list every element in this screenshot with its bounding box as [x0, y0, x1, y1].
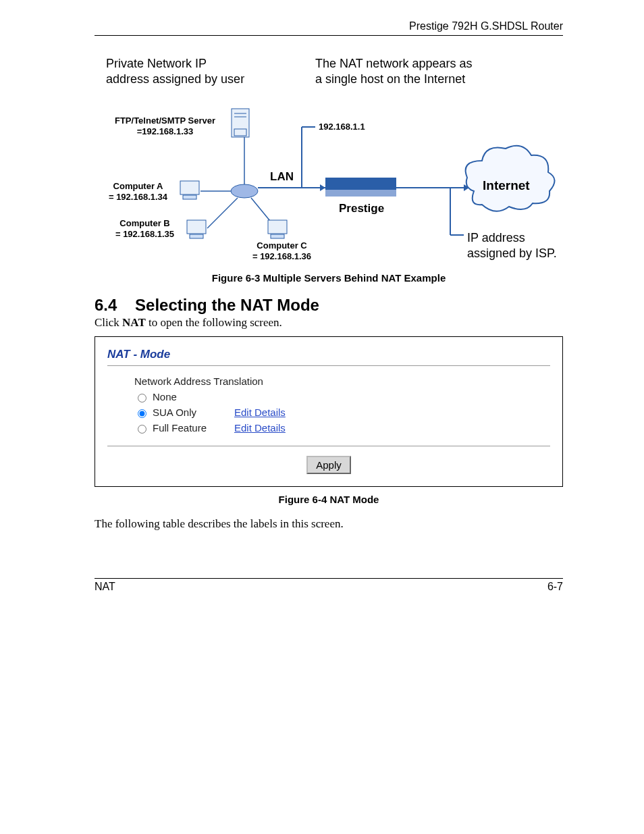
intro-pre: Click	[95, 316, 122, 329]
svg-rect-22	[271, 234, 284, 238]
figure-6-4-caption: Figure 6-4 NAT Mode	[95, 494, 563, 505]
comp-b-label: Computer B = 192.168.1.35	[106, 218, 184, 240]
intro-text: Click NAT to open the following screen.	[95, 316, 563, 330]
svg-marker-5	[320, 184, 325, 191]
page-footer: NAT 6-7	[95, 578, 563, 593]
intro-post: to open the following screen.	[146, 316, 282, 329]
svg-rect-18	[183, 195, 196, 199]
svg-rect-19	[187, 220, 206, 234]
svg-point-16	[231, 184, 258, 198]
diagram-note-left: Private Network IP address assigned by u…	[106, 56, 244, 86]
page-header: Prestige 792H G.SHDSL Router	[95, 20, 563, 36]
isp-note: IP address assigned by ISP.	[467, 230, 557, 261]
radio-none-label: None	[153, 391, 177, 402]
section-title: Selecting the NAT Mode	[135, 296, 319, 314]
svg-rect-23	[325, 178, 396, 190]
section-number: 6.4	[95, 296, 117, 314]
divider	[107, 365, 550, 366]
comp-c-label: Computer C = 192.168.1.36	[243, 240, 321, 263]
screen-title: NAT - Mode	[107, 348, 550, 361]
group-label: Network Address Translation	[134, 375, 550, 387]
server-label: FTP/Telnet/SMTP Server =192.168.1.33	[106, 115, 224, 138]
section-heading: 6.4 Selecting the NAT Mode	[95, 296, 563, 315]
prestige-label: Prestige	[339, 201, 384, 215]
svg-rect-20	[190, 234, 203, 238]
internet-label: Internet	[483, 178, 530, 194]
divider-2	[107, 446, 550, 446]
intro-bold: NAT	[122, 316, 146, 329]
after-text: The following table describes the labels…	[95, 517, 563, 531]
footer-right: 6-7	[547, 581, 563, 593]
apply-button[interactable]: Apply	[306, 456, 351, 474]
radio-full-label: Full Feature	[153, 422, 207, 434]
lan-label: LAN	[270, 170, 294, 184]
comp-a-label: Computer A = 192.168.1.34	[99, 181, 177, 203]
radio-full-feature[interactable]	[138, 425, 146, 434]
footer-left: NAT	[95, 581, 115, 593]
svg-rect-24	[325, 190, 396, 197]
radio-none[interactable]	[138, 394, 146, 402]
svg-line-2	[207, 198, 238, 228]
edit-details-full-link[interactable]: Edit Details	[234, 422, 286, 434]
network-diagram: Private Network IP address assigned by u…	[99, 56, 558, 265]
diagram-note-right: The NAT network appears as a single host…	[315, 56, 472, 86]
nat-mode-screen: NAT - Mode Network Address Translation N…	[95, 336, 563, 487]
radio-sua-label: SUA Only	[153, 407, 196, 418]
svg-rect-21	[268, 220, 287, 234]
router-ip-label: 192.168.1.1	[319, 122, 365, 132]
edit-details-sua-link[interactable]: Edit Details	[234, 407, 286, 418]
radio-sua-only[interactable]	[138, 409, 146, 418]
svg-rect-17	[180, 181, 199, 194]
figure-6-3-caption: Figure 6-3 Multiple Servers Behind NAT E…	[95, 272, 563, 284]
